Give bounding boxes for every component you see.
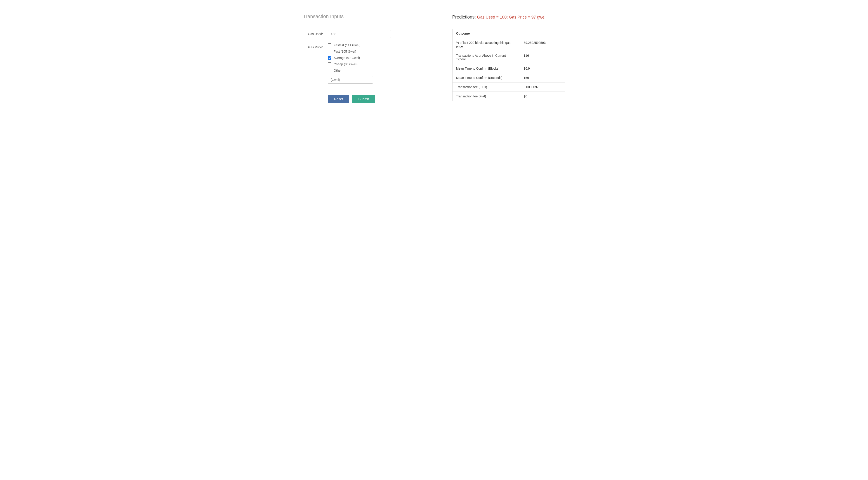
value-cell: $0 <box>520 92 565 101</box>
gas-price-options: Fastest (111 Gwei) Fast (105 Gwei) Avera… <box>328 43 416 84</box>
outcome-cell: Transactions At or Above in Current Txpo… <box>452 51 520 64</box>
table-row: % of last 200 blocks accepting this gas … <box>452 38 565 51</box>
checkbox-cheap-input[interactable] <box>328 62 331 66</box>
form-divider <box>303 89 416 89</box>
checkbox-other-label: Other <box>334 69 342 72</box>
outcome-cell: % of last 200 blocks accepting this gas … <box>452 38 520 51</box>
vertical-divider <box>434 13 434 103</box>
checkbox-other-input[interactable] <box>328 69 331 72</box>
gas-price-row: Gas Price* Fastest (111 Gwei) Fast (105 … <box>303 43 416 84</box>
checkbox-average-label: Average (97 Gwei) <box>334 56 360 60</box>
section-title: Transaction Inputs <box>303 13 416 20</box>
value-cell: 16.9 <box>520 64 565 73</box>
checkbox-fastest-input[interactable] <box>328 43 331 47</box>
table-row: Transactions At or Above in Current Txpo… <box>452 51 565 64</box>
checkbox-average[interactable]: Average (97 Gwei) <box>328 56 416 60</box>
reset-button[interactable]: Reset <box>328 95 349 103</box>
checkbox-fastest[interactable]: Fastest (111 Gwei) <box>328 43 416 47</box>
table-row: Transaction fee (Fiat)$0 <box>452 92 565 101</box>
outcome-cell: Mean Time to Confirm (Blocks) <box>452 64 520 73</box>
gas-used-row: Gas Used* <box>303 30 416 38</box>
checkbox-cheap[interactable]: Cheap (80 Gwei) <box>328 62 416 66</box>
header-outcome: Outcome <box>452 29 520 38</box>
value-cell: 116 <box>520 51 565 64</box>
predictions-divider <box>452 24 565 24</box>
checkbox-other[interactable]: Other <box>328 69 416 72</box>
predictions-title: Predictions: Gas Used = 100; Gas Price =… <box>452 13 565 20</box>
predictions-panel: Predictions: Gas Used = 100; Gas Price =… <box>452 13 565 103</box>
gas-price-label: Gas Price* <box>303 43 323 50</box>
value-cell: 59.2592592593 <box>520 38 565 51</box>
gas-used-control <box>328 30 416 38</box>
table-row: Mean Time to Confirm (Seconds)159 <box>452 73 565 83</box>
table-row: Mean Time to Confirm (Blocks)16.9 <box>452 64 565 73</box>
table-row: Transaction fee (ETH)0.0000097 <box>452 83 565 92</box>
header-value <box>520 29 565 38</box>
gwei-custom-input[interactable] <box>328 76 373 84</box>
gas-used-label: Gas Used* <box>303 30 323 36</box>
value-cell: 0.0000097 <box>520 83 565 92</box>
predictions-values: Gas Used = 100; Gas Price = 97 gwei <box>477 15 546 20</box>
table-header-row: Outcome <box>452 29 565 38</box>
transaction-inputs-panel: Transaction Inputs Gas Used* Gas Price* … <box>303 13 416 103</box>
checkbox-cheap-label: Cheap (80 Gwei) <box>334 62 358 66</box>
button-row: Reset Submit <box>303 95 416 103</box>
outcome-cell: Transaction fee (Fiat) <box>452 92 520 101</box>
checkbox-fast-label: Fast (105 Gwei) <box>334 50 356 53</box>
submit-button[interactable]: Submit <box>352 95 375 103</box>
title-divider <box>303 23 416 23</box>
gas-used-input[interactable] <box>328 30 391 38</box>
checkbox-average-input[interactable] <box>328 56 331 60</box>
outcome-cell: Mean Time to Confirm (Seconds) <box>452 73 520 83</box>
outcomes-table: Outcome % of last 200 blocks accepting t… <box>452 29 565 101</box>
checkbox-fastest-label: Fastest (111 Gwei) <box>334 43 360 47</box>
checkbox-fast[interactable]: Fast (105 Gwei) <box>328 50 416 53</box>
outcome-cell: Transaction fee (ETH) <box>452 83 520 92</box>
value-cell: 159 <box>520 73 565 83</box>
checkbox-fast-input[interactable] <box>328 50 331 53</box>
predictions-prefix: Predictions: <box>452 14 477 20</box>
